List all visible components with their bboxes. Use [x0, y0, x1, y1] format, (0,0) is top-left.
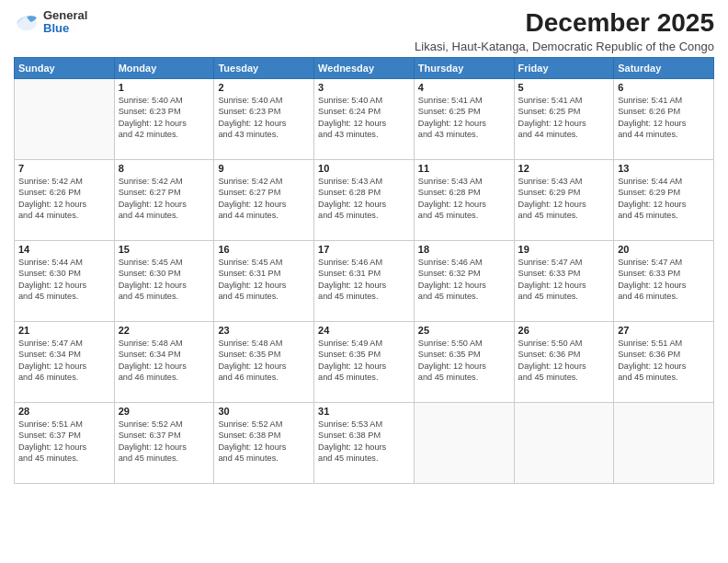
day-number: 15	[119, 244, 210, 255]
calendar-cell: 8Sunrise: 5:42 AM Sunset: 6:27 PM Daylig…	[114, 159, 214, 240]
day-info: Sunrise: 5:50 AM Sunset: 6:35 PM Dayligh…	[418, 338, 510, 384]
day-info: Sunrise: 5:40 AM Sunset: 6:23 PM Dayligh…	[119, 95, 210, 141]
day-info: Sunrise: 5:42 AM Sunset: 6:27 PM Dayligh…	[218, 176, 310, 222]
day-number: 16	[218, 244, 310, 255]
day-info: Sunrise: 5:44 AM Sunset: 6:30 PM Dayligh…	[18, 257, 110, 303]
day-number: 3	[318, 82, 410, 93]
day-number: 10	[318, 163, 410, 174]
day-number: 7	[18, 163, 110, 174]
day-number: 12	[518, 163, 610, 174]
day-info: Sunrise: 5:50 AM Sunset: 6:36 PM Dayligh…	[518, 338, 610, 384]
calendar-cell: 14Sunrise: 5:44 AM Sunset: 6:30 PM Dayli…	[15, 240, 115, 321]
location-subtitle: Likasi, Haut-Katanga, Democratic Republi…	[415, 40, 714, 53]
calendar-cell: 30Sunrise: 5:52 AM Sunset: 6:38 PM Dayli…	[214, 402, 314, 483]
col-monday: Monday	[114, 57, 214, 78]
day-info: Sunrise: 5:44 AM Sunset: 6:29 PM Dayligh…	[618, 176, 710, 222]
logo-text: General Blue	[43, 9, 87, 36]
calendar-cell: 31Sunrise: 5:53 AM Sunset: 6:38 PM Dayli…	[314, 402, 415, 483]
calendar-cell: 2Sunrise: 5:40 AM Sunset: 6:23 PM Daylig…	[214, 78, 314, 159]
calendar-cell	[414, 402, 514, 483]
day-info: Sunrise: 5:51 AM Sunset: 6:37 PM Dayligh…	[18, 419, 110, 465]
calendar-week-1: 1Sunrise: 5:40 AM Sunset: 6:23 PM Daylig…	[15, 78, 714, 159]
calendar-cell: 1Sunrise: 5:40 AM Sunset: 6:23 PM Daylig…	[114, 78, 214, 159]
calendar-cell: 19Sunrise: 5:47 AM Sunset: 6:33 PM Dayli…	[514, 240, 614, 321]
calendar-cell: 29Sunrise: 5:52 AM Sunset: 6:37 PM Dayli…	[114, 402, 214, 483]
day-info: Sunrise: 5:47 AM Sunset: 6:33 PM Dayligh…	[518, 257, 610, 303]
day-number: 26	[518, 325, 610, 336]
day-info: Sunrise: 5:52 AM Sunset: 6:37 PM Dayligh…	[119, 419, 210, 465]
col-wednesday: Wednesday	[314, 57, 415, 78]
calendar-header-row: Sunday Monday Tuesday Wednesday Thursday…	[15, 57, 714, 78]
day-info: Sunrise: 5:41 AM Sunset: 6:25 PM Dayligh…	[418, 95, 510, 141]
logo-general: General	[43, 8, 87, 22]
calendar-cell: 13Sunrise: 5:44 AM Sunset: 6:29 PM Dayli…	[614, 159, 714, 240]
day-info: Sunrise: 5:53 AM Sunset: 6:38 PM Dayligh…	[318, 419, 410, 465]
day-info: Sunrise: 5:40 AM Sunset: 6:23 PM Dayligh…	[218, 95, 310, 141]
day-info: Sunrise: 5:42 AM Sunset: 6:26 PM Dayligh…	[18, 176, 110, 222]
col-sunday: Sunday	[15, 57, 115, 78]
day-number: 19	[518, 244, 610, 255]
calendar-week-4: 21Sunrise: 5:47 AM Sunset: 6:34 PM Dayli…	[15, 321, 714, 402]
title-area: December 2025 Likasi, Haut-Katanga, Demo…	[415, 9, 714, 53]
day-number: 22	[119, 325, 210, 336]
day-number: 25	[418, 325, 510, 336]
day-number: 1	[119, 82, 210, 93]
day-number: 2	[218, 82, 310, 93]
day-info: Sunrise: 5:47 AM Sunset: 6:33 PM Dayligh…	[618, 257, 710, 303]
calendar-cell: 4Sunrise: 5:41 AM Sunset: 6:25 PM Daylig…	[414, 78, 514, 159]
day-info: Sunrise: 5:43 AM Sunset: 6:28 PM Dayligh…	[418, 176, 510, 222]
calendar-cell: 18Sunrise: 5:46 AM Sunset: 6:32 PM Dayli…	[414, 240, 514, 321]
day-number: 5	[518, 82, 610, 93]
day-info: Sunrise: 5:52 AM Sunset: 6:38 PM Dayligh…	[218, 419, 310, 465]
day-info: Sunrise: 5:46 AM Sunset: 6:32 PM Dayligh…	[418, 257, 510, 303]
day-info: Sunrise: 5:41 AM Sunset: 6:26 PM Dayligh…	[618, 95, 710, 141]
day-number: 14	[18, 244, 110, 255]
day-number: 24	[318, 325, 410, 336]
day-info: Sunrise: 5:42 AM Sunset: 6:27 PM Dayligh…	[119, 176, 210, 222]
calendar-cell: 25Sunrise: 5:50 AM Sunset: 6:35 PM Dayli…	[414, 321, 514, 402]
day-number: 31	[318, 406, 410, 417]
calendar-cell	[614, 402, 714, 483]
calendar-cell: 10Sunrise: 5:43 AM Sunset: 6:28 PM Dayli…	[314, 159, 415, 240]
calendar-cell: 22Sunrise: 5:48 AM Sunset: 6:34 PM Dayli…	[114, 321, 214, 402]
calendar-cell: 16Sunrise: 5:45 AM Sunset: 6:31 PM Dayli…	[214, 240, 314, 321]
day-number: 21	[18, 325, 110, 336]
day-number: 28	[18, 406, 110, 417]
day-info: Sunrise: 5:43 AM Sunset: 6:28 PM Dayligh…	[318, 176, 410, 222]
day-info: Sunrise: 5:45 AM Sunset: 6:30 PM Dayligh…	[119, 257, 210, 303]
day-number: 30	[218, 406, 310, 417]
calendar-cell: 6Sunrise: 5:41 AM Sunset: 6:26 PM Daylig…	[614, 78, 714, 159]
month-title: December 2025	[415, 9, 714, 38]
logo-icon	[14, 9, 40, 35]
day-number: 13	[618, 163, 710, 174]
day-info: Sunrise: 5:46 AM Sunset: 6:31 PM Dayligh…	[318, 257, 410, 303]
day-number: 20	[618, 244, 710, 255]
day-number: 29	[119, 406, 210, 417]
page: General Blue December 2025 Likasi, Haut-…	[0, 0, 728, 563]
calendar-cell: 20Sunrise: 5:47 AM Sunset: 6:33 PM Dayli…	[614, 240, 714, 321]
calendar-cell: 23Sunrise: 5:48 AM Sunset: 6:35 PM Dayli…	[214, 321, 314, 402]
col-saturday: Saturday	[614, 57, 714, 78]
day-number: 6	[618, 82, 710, 93]
day-number: 4	[418, 82, 510, 93]
calendar-cell: 17Sunrise: 5:46 AM Sunset: 6:31 PM Dayli…	[314, 240, 415, 321]
day-info: Sunrise: 5:48 AM Sunset: 6:35 PM Dayligh…	[218, 338, 310, 384]
calendar-table: Sunday Monday Tuesday Wednesday Thursday…	[14, 57, 714, 484]
calendar-cell: 11Sunrise: 5:43 AM Sunset: 6:28 PM Dayli…	[414, 159, 514, 240]
day-info: Sunrise: 5:48 AM Sunset: 6:34 PM Dayligh…	[119, 338, 210, 384]
day-number: 27	[618, 325, 710, 336]
day-number: 23	[218, 325, 310, 336]
day-number: 17	[318, 244, 410, 255]
calendar-cell: 15Sunrise: 5:45 AM Sunset: 6:30 PM Dayli…	[114, 240, 214, 321]
calendar-cell: 9Sunrise: 5:42 AM Sunset: 6:27 PM Daylig…	[214, 159, 314, 240]
calendar-cell: 7Sunrise: 5:42 AM Sunset: 6:26 PM Daylig…	[15, 159, 115, 240]
day-info: Sunrise: 5:51 AM Sunset: 6:36 PM Dayligh…	[618, 338, 710, 384]
calendar-cell: 28Sunrise: 5:51 AM Sunset: 6:37 PM Dayli…	[15, 402, 115, 483]
calendar-cell	[15, 78, 115, 159]
calendar-week-3: 14Sunrise: 5:44 AM Sunset: 6:30 PM Dayli…	[15, 240, 714, 321]
calendar-cell: 3Sunrise: 5:40 AM Sunset: 6:24 PM Daylig…	[314, 78, 415, 159]
calendar-cell: 26Sunrise: 5:50 AM Sunset: 6:36 PM Dayli…	[514, 321, 614, 402]
calendar-cell: 5Sunrise: 5:41 AM Sunset: 6:25 PM Daylig…	[514, 78, 614, 159]
calendar-cell	[514, 402, 614, 483]
col-tuesday: Tuesday	[214, 57, 314, 78]
